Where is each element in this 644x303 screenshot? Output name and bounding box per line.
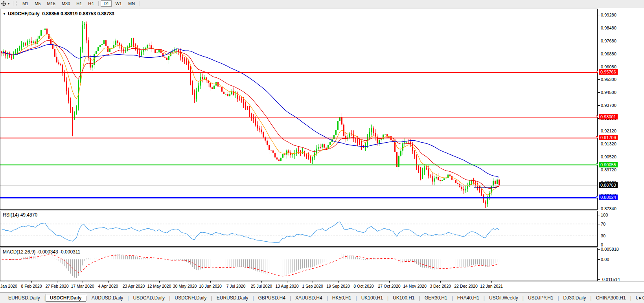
- date-tick-mark: [261, 281, 262, 283]
- timeframe-button-m5[interactable]: M5: [32, 0, 43, 7]
- date-tick-mark: [31, 281, 32, 283]
- rsi-tick: 100: [601, 213, 608, 217]
- timeframe-button-w1[interactable]: W1: [112, 0, 125, 7]
- toolbar-separator: [98, 1, 99, 6]
- date-tick-mark: [389, 281, 390, 283]
- date-label: 7 Jul 2020: [222, 284, 250, 288]
- date-label: 30 May 2020: [171, 284, 199, 288]
- date-label: 22 Dec 2020: [452, 284, 480, 288]
- tab-fra40-h1[interactable]: FRA40,H1: [453, 294, 484, 302]
- date-tick-mark: [210, 281, 211, 283]
- date-label: 8 Oct 2020: [350, 284, 378, 288]
- level-marker: [596, 71, 598, 73]
- rsi-tick: 30: [601, 233, 605, 238]
- chart-title: ▼USDCHF,Daily 0.88856 0.88919 0.88753 0.…: [3, 11, 114, 17]
- timeframe-button-d1[interactable]: D1: [101, 0, 112, 7]
- date-tick-mark: [415, 281, 415, 283]
- tab-dj30-daily[interactable]: DJ30,Daily: [559, 294, 591, 302]
- timeframe-button-m1[interactable]: M1: [20, 0, 31, 7]
- level-price-label: 0.95766: [599, 69, 618, 75]
- tab-xauusd-h4[interactable]: XAUUSD,H4: [291, 294, 327, 302]
- timeframe-button-h4[interactable]: H4: [85, 0, 96, 7]
- collapse-triangle-icon[interactable]: ▼: [3, 12, 6, 16]
- tab-uk100-h1[interactable]: UK100,H1: [388, 294, 419, 302]
- level-marker: [596, 116, 598, 118]
- date-label: 14 Nov 2020: [401, 284, 429, 288]
- price-tick: 0.96880: [601, 51, 616, 56]
- chart-title-ohlc: 0.88856 0.88919 0.88753 0.88783: [42, 11, 114, 17]
- tab-eurusd-daily[interactable]: EURUSD,Daily: [212, 294, 253, 302]
- date-label: 12 Jan 2021: [477, 284, 506, 288]
- date-axis[interactable]: 21 Jan 20208 Feb 202027 Feb 202017 Mar 2…: [0, 281, 644, 292]
- macd-indicator-pane[interactable]: MACD(12,26,9) -0.000343 -0.000311: [0, 248, 598, 281]
- tab-scroll-right-icon[interactable]: ▶: [638, 296, 642, 300]
- tab-uk100-h1[interactable]: UK100,H1: [357, 294, 387, 302]
- timeframe-button-m15[interactable]: M15: [44, 0, 58, 7]
- date-label: 19 Sep 2020: [324, 284, 352, 288]
- macd-tick: -0.011514: [601, 277, 620, 282]
- date-tick-mark: [313, 281, 313, 283]
- macd-chart-surface[interactable]: [0, 248, 597, 281]
- chevron-down-icon[interactable]: ▼: [7, 2, 10, 6]
- date-label: 17 Mar 2020: [68, 284, 97, 288]
- tab-usdchf-daily[interactable]: USDCHF,Daily: [46, 294, 86, 302]
- tab-eurusd-daily[interactable]: EURUSD,Daily: [4, 294, 44, 302]
- tab-usoil-weekly[interactable]: USOil,Weekly: [485, 294, 523, 302]
- timeframe-button-h1[interactable]: H1: [74, 0, 85, 7]
- date-label: 8 Feb 2020: [17, 284, 46, 288]
- level-marker: [596, 136, 598, 138]
- rsi-axis[interactable]: 10070300: [598, 211, 644, 247]
- rsi-chart-surface[interactable]: [0, 211, 597, 246]
- toolbar-separator: [13, 1, 13, 6]
- price-tick: 0.94500: [601, 90, 616, 95]
- rsi-tick: 70: [601, 222, 605, 226]
- date-label: 27 Oct 2020: [375, 284, 403, 288]
- price-tick: 0.90520: [601, 154, 616, 159]
- toolbar-grip-handle[interactable]: [16, 1, 17, 6]
- date-label: 23 Apr 2020: [120, 284, 148, 288]
- tab-china300-h1[interactable]: CHINA300,H1: [592, 294, 630, 302]
- date-tick-mark: [57, 281, 57, 283]
- date-tick-mark: [108, 281, 109, 283]
- price-axis[interactable]: 0.992800.984800.976800.968800.960800.953…: [598, 9, 644, 210]
- price-chart-pane[interactable]: ▼USDCHF,Daily 0.88856 0.88919 0.88753 0.…: [0, 9, 598, 210]
- level-price-label: 0.91709: [599, 135, 618, 140]
- macd-label: MACD(12,26,9) -0.000343 -0.000311: [3, 249, 80, 255]
- macd-axis[interactable]: 0.0058180.00-0.011514: [598, 248, 644, 292]
- tab-usdcnh-daily[interactable]: USDCNH,Daily: [170, 294, 211, 302]
- price-tick: 0.96080: [601, 64, 616, 69]
- date-tick-mark: [440, 281, 441, 283]
- date-tick-mark: [236, 281, 236, 283]
- crosshair-move-icon[interactable]: [1, 1, 6, 6]
- date-tick-mark: [159, 281, 160, 283]
- price-tick: 0.91320: [601, 141, 616, 146]
- date-tick-mark: [185, 281, 185, 283]
- date-label: 25 Jul 2020: [247, 284, 276, 288]
- level-marker: [596, 163, 598, 165]
- date-label: 3 Dec 2020: [426, 284, 454, 288]
- timeframe-button-mn[interactable]: MN: [125, 0, 138, 7]
- rsi-indicator-pane[interactable]: RSI(14) 49.4870: [0, 211, 598, 247]
- tab-usdjpy-h1[interactable]: USDJPY,H1: [524, 294, 558, 302]
- tab-ger30-h1[interactable]: GER30,H1: [420, 294, 452, 302]
- date-tick-mark: [466, 281, 466, 283]
- tab-hk50-h1[interactable]: HK50,H1: [328, 294, 356, 302]
- date-tick-mark: [491, 281, 492, 283]
- date-tick-mark: [364, 281, 364, 283]
- tab-audusd-daily[interactable]: AUDUSD,Daily: [87, 294, 128, 302]
- tab-usdcad-daily[interactable]: USDCAD,Daily: [129, 294, 169, 302]
- rsi-label: RSI(14) 49.4870: [3, 212, 37, 218]
- date-label: 12 May 2020: [145, 284, 173, 288]
- price-tick: 0.89720: [601, 167, 616, 172]
- timeframe-button-m30[interactable]: M30: [59, 0, 73, 7]
- candlestick-chart-surface[interactable]: [0, 9, 597, 209]
- price-tick: 0.93700: [601, 103, 616, 108]
- date-label: 27 Feb 2020: [43, 284, 71, 288]
- price-tick: 0.87340: [601, 206, 616, 211]
- level-marker: [596, 196, 598, 198]
- level-price-label: 0.90055: [599, 162, 618, 167]
- price-tick: 0.92120: [601, 129, 616, 133]
- tab-gbpusd-h4[interactable]: GBPUSD,H4: [254, 294, 290, 302]
- top-toolbar: ▼ M1M5M15M30H1H4D1W1MN: [0, 0, 644, 7]
- level-price-label: 0.88783: [599, 182, 618, 188]
